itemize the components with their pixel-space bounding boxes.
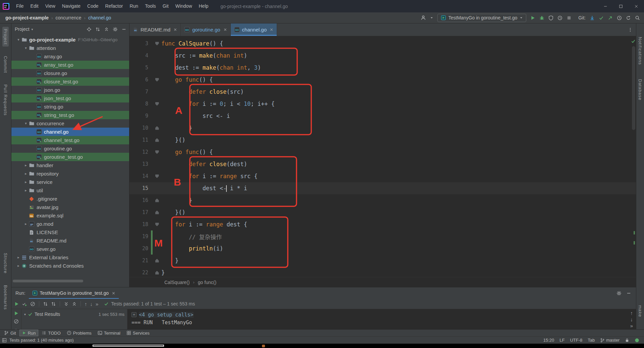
tab-goroutine-go[interactable]: GOgoroutine.go	[181, 23, 230, 36]
rerun-icon[interactable]	[14, 311, 19, 316]
code-line-22[interactable]: 22}	[129, 267, 636, 277]
rollback-button[interactable]	[626, 15, 631, 20]
tree-item-sever-go[interactable]: GOsever.go	[11, 245, 129, 253]
code-line-11[interactable]: 11 }()	[129, 134, 636, 146]
console-fold-icon[interactable]: +	[131, 312, 137, 317]
inspections-ok-icon[interactable]	[631, 39, 636, 44]
tree-item-array-test-go[interactable]: GOarray_test.go	[11, 61, 129, 69]
tree-item-channel-go[interactable]: GOchannel.go	[11, 128, 129, 136]
editor[interactable]: 3func CalSquare() {4 src := make(chan in…	[129, 36, 636, 277]
user-account-icon[interactable]	[421, 15, 426, 20]
git-update-button[interactable]	[590, 15, 595, 20]
breadcrumb-package[interactable]: concurrence	[55, 15, 81, 20]
line-separator[interactable]: LF	[559, 338, 565, 343]
fold-end-icon[interactable]	[153, 138, 161, 142]
tool-button-git[interactable]: Git	[1, 330, 19, 336]
fold-start-icon[interactable]	[153, 42, 161, 46]
tree-item-readme-md[interactable]: MDREADME.md	[11, 236, 129, 245]
run-tab[interactable]: TestManyGo in goroutine_test.go	[29, 287, 119, 299]
code-line-21[interactable]: 21 }	[129, 255, 636, 267]
tree-item-go-mod[interactable]: ▸gogo.mod	[11, 220, 129, 228]
stop-button[interactable]	[567, 15, 572, 20]
scroll-up-icon[interactable]: ↑	[630, 310, 633, 316]
chevron-right-icon[interactable]: ▸	[23, 222, 29, 226]
tool-button-todo[interactable]: TODO	[39, 330, 63, 336]
code-line-8[interactable]: 8 for i := 0; i < 10; i++ {	[129, 98, 636, 110]
profiler-button[interactable]	[557, 15, 562, 20]
tree-item-handler[interactable]: ▸handler	[11, 161, 129, 169]
chevron-down-icon[interactable]: ▾	[15, 38, 21, 42]
code-line-17[interactable]: 17 }()	[129, 206, 636, 218]
tool-stripe-structure[interactable]: Structure	[2, 251, 9, 276]
chevron-down-icon[interactable]: ▾	[23, 46, 29, 50]
maximize-button[interactable]	[613, 0, 629, 12]
fold-end-icon[interactable]	[153, 271, 161, 275]
code-line-3[interactable]: 3func CalSquare() {	[129, 38, 636, 50]
tree-item-goroutine-test-go[interactable]: GOgoroutine_test.go	[11, 153, 129, 161]
close-tab-icon[interactable]	[112, 291, 115, 295]
rerun-tests-icon[interactable]	[14, 301, 19, 306]
tool-button-terminal[interactable]: Terminal	[95, 330, 123, 336]
close-tab-icon[interactable]	[223, 28, 227, 31]
tree-item-string-go[interactable]: GOstring.go	[11, 102, 129, 111]
gear-icon[interactable]	[616, 291, 622, 296]
tool-stripe-pull-requests[interactable]: Pull Requests	[2, 82, 9, 118]
chevron-down-icon[interactable]: ▾	[32, 27, 33, 31]
expand-all-icon[interactable]	[64, 301, 69, 306]
tool-stripe-database[interactable]: Database	[637, 77, 643, 102]
fold-start-icon[interactable]	[153, 150, 161, 154]
scroll-down-icon[interactable]: ↓	[630, 317, 633, 322]
stop-process-icon[interactable]	[30, 301, 35, 306]
menu-window[interactable]: Window	[172, 0, 196, 12]
tool-stripe-bookmarks[interactable]: Bookmarks	[2, 283, 9, 312]
tree-item-channel-test-go[interactable]: GOchannel_test.go	[11, 136, 129, 144]
fold-start-icon[interactable]	[153, 102, 161, 106]
tool-button-services[interactable]: Services	[124, 330, 152, 336]
git-push-button[interactable]	[608, 15, 613, 20]
run-button[interactable]	[530, 15, 535, 20]
run-configuration-select[interactable]: TestManyGo in goroutine_test.go	[437, 14, 526, 22]
tool-button-problems[interactable]: Problems	[64, 330, 94, 336]
caret-position[interactable]: 15:20	[543, 338, 554, 343]
sort-alphabetically-icon[interactable]	[51, 301, 56, 306]
git-commit-button[interactable]	[599, 15, 604, 20]
code-line-18[interactable]: 18 for i := range dest {	[129, 218, 636, 230]
more-icon[interactable]: »	[630, 323, 633, 328]
next-test-icon[interactable]: ↓	[90, 301, 93, 306]
tool-stripe-make[interactable]: make	[637, 303, 643, 319]
chevron-down-icon[interactable]: ▾	[24, 312, 26, 316]
code-line-15[interactable]: 15 dest <- i * i	[129, 182, 636, 194]
tree-item-array-go[interactable]: GOarray.go	[11, 52, 129, 61]
fold-end-icon[interactable]	[153, 259, 161, 263]
close-tab-icon[interactable]	[270, 28, 273, 31]
gear-icon[interactable]	[113, 27, 118, 32]
tool-stripe-notifications[interactable]: Notifications	[637, 35, 643, 67]
tool-window-switcher-icon[interactable]	[2, 338, 7, 343]
tool-stripe-commit[interactable]: Commit	[2, 54, 9, 75]
tool-stripe-project[interactable]: Project	[2, 27, 9, 47]
fold-end-icon[interactable]	[153, 126, 161, 130]
tree-item-json-test-go[interactable]: GOjson_test.go	[11, 94, 129, 102]
fold-start-icon[interactable]	[153, 223, 161, 226]
code-line-19[interactable]: 19 // 复杂操作	[129, 230, 636, 242]
chevron-right-icon[interactable]: ▸	[23, 171, 29, 176]
close-button[interactable]	[629, 0, 644, 12]
more-actions-icon[interactable]: »	[96, 301, 98, 306]
chevron-down-icon[interactable]: ▾	[23, 121, 29, 126]
indent-style[interactable]: Tab	[588, 338, 595, 343]
project-panel-title[interactable]: Project	[15, 26, 30, 32]
sort-icon[interactable]	[95, 27, 100, 32]
code-line-9[interactable]: 9 src <- i	[129, 110, 636, 122]
tree-item-concurrence[interactable]: ▾concurrence	[11, 119, 129, 128]
locate-file-icon[interactable]	[87, 27, 92, 32]
menu-run[interactable]: Run	[126, 0, 142, 12]
horizontal-scrollbar[interactable]	[13, 280, 83, 282]
tree-item-license[interactable]: LICENSE	[11, 228, 129, 236]
tree-item-avatar-jpg[interactable]: avatar.jpg	[11, 203, 129, 211]
menu-code[interactable]: Code	[84, 0, 102, 12]
menu-edit[interactable]: Edit	[27, 0, 42, 12]
menu-help[interactable]: Help	[196, 0, 212, 12]
minimize-button[interactable]	[598, 0, 613, 12]
menu-view[interactable]: View	[42, 0, 59, 12]
previous-test-icon[interactable]: ↑	[85, 301, 87, 306]
